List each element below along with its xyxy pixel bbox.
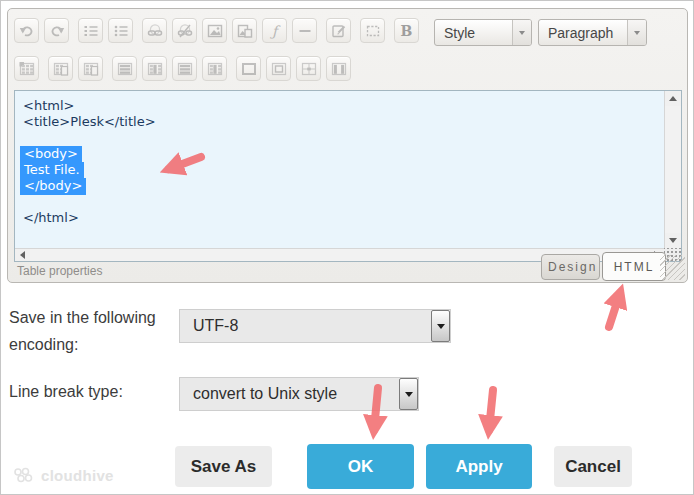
arrow-to-apply-button [489,390,493,430]
dropdown-arrow-button[interactable] [512,20,531,45]
paragraph-dropdown[interactable]: Paragraph [538,19,647,46]
chevron-down-icon [405,392,413,401]
dropdown-arrow-button[interactable] [431,310,450,342]
table-cell-properties-button[interactable] [78,56,103,81]
delete-column-button[interactable] [266,56,291,81]
code-line: <html> [23,98,664,114]
paragraph-dropdown-value: Paragraph [539,25,627,41]
insert-row-after-button[interactable] [142,56,167,81]
toolbar-group [14,56,39,81]
undo-icon [19,23,35,39]
style-dropdown-value: Style [435,25,512,41]
line-break-select[interactable]: convert to Unix style [179,377,419,411]
code-line: <title>Plesk</title> [23,114,664,130]
code-line [23,194,664,210]
scroll-up-button[interactable] [665,91,681,106]
encoding-select[interactable]: UTF-8 [179,309,451,343]
paste-image-icon [237,23,253,39]
code-line: Test File. [23,162,664,178]
encoding-label: Save in the following encoding: [9,304,181,358]
bold-icon: B [401,23,413,39]
selected-code-text: <body> [20,146,82,163]
insert-link-button[interactable] [142,18,167,43]
html-source-textarea[interactable]: <html><title>Plesk</title> <body>Test Fi… [14,90,682,262]
delete-row-button[interactable] [172,56,197,81]
save-as-button[interactable]: Save As [175,446,272,487]
dropdown-arrow-button[interactable] [399,378,418,410]
arrow-to-html-tab [609,293,620,327]
insert-column-after-button[interactable] [236,56,261,81]
line-break-select-value: convert to Unix style [193,378,337,410]
insert-table-icon [19,61,35,77]
selected-code-text: </body> [20,178,86,195]
toolbar-group [360,18,385,43]
toolbar-group [48,56,103,81]
paste-image-button[interactable] [232,18,257,43]
vertical-scrollbar[interactable] [664,91,681,248]
redo-button[interactable] [44,18,69,43]
horizontal-rule-button[interactable] [292,18,317,43]
remove-link-button[interactable] [172,18,197,43]
cloudhive-logo-icon [13,467,35,484]
apply-button[interactable]: Apply [426,444,532,489]
code-line: </html> [23,210,664,226]
insert-row-after-icon [147,61,163,77]
table-row-properties-icon [53,61,69,77]
remove-link-icon [177,23,193,39]
tab-html[interactable]: HTML [602,252,666,281]
code-line: <body> [23,146,664,162]
unordered-list-button[interactable] [108,18,133,43]
insert-link-icon [147,23,163,39]
file-editor-window: ƒB Style Paragraph <html><title>Plesk</t… [0,0,694,495]
edit-html-source-button[interactable] [326,18,351,43]
redo-icon [49,23,65,39]
horizontal-rule-icon [297,23,313,39]
insert-image-button[interactable] [202,18,227,43]
show-blocks-icon [365,23,381,39]
watermark: cloudhive [13,467,114,484]
merge-cells-button[interactable] [326,56,351,81]
ok-button[interactable]: OK [307,444,414,489]
merge-cells-icon [331,61,347,77]
insert-row-before-icon [117,61,133,77]
toolbar-group [14,18,69,43]
tab-design[interactable]: Design [541,254,600,280]
toolbar-group: ƒ [142,18,317,43]
dropdown-arrow-button[interactable] [627,20,646,45]
table-row-properties-button[interactable] [48,56,73,81]
insert-table-button[interactable] [14,56,39,81]
toolbar-row-1: ƒB [14,18,428,43]
insert-row-before-button[interactable] [112,56,137,81]
show-blocks-button[interactable] [360,18,385,43]
bold-button[interactable]: B [394,18,419,43]
style-dropdown[interactable]: Style [434,19,532,46]
selected-code-text: Test File. [20,162,84,179]
chevron-down-icon [437,324,445,333]
insert-column-before-button[interactable] [202,56,227,81]
table-cell-properties-icon [83,61,99,77]
insert-column-after-icon [241,61,257,77]
toolbar-row-2 [14,56,360,81]
ordered-list-icon [83,23,99,39]
toolbar-group: B [394,18,419,43]
scroll-down-button[interactable] [665,233,681,248]
scroll-left-button[interactable] [15,249,30,261]
code-line: </body> [23,178,664,194]
line-break-label: Line break type: [9,378,123,405]
scroll-left-icon [16,251,25,259]
chevron-down-icon [519,31,525,38]
cancel-button[interactable]: Cancel [554,446,632,487]
ordered-list-button[interactable] [78,18,103,43]
editor-resize-grip[interactable] [660,255,685,280]
undo-button[interactable] [14,18,39,43]
insert-column-before-icon [207,61,223,77]
split-cells-button[interactable] [296,56,321,81]
delete-row-icon [177,61,193,77]
toolbar-group [236,56,351,81]
watermark-text: cloudhive [41,467,114,484]
wysiwyg-editor-panel: ƒB Style Paragraph <html><title>Plesk</t… [7,8,688,283]
insert-flash-button[interactable]: ƒ [262,18,287,43]
code-content[interactable]: <html><title>Plesk</title> <body>Test Fi… [15,91,664,248]
insert-flash-icon: ƒ [272,23,277,39]
insert-image-icon [207,23,223,39]
